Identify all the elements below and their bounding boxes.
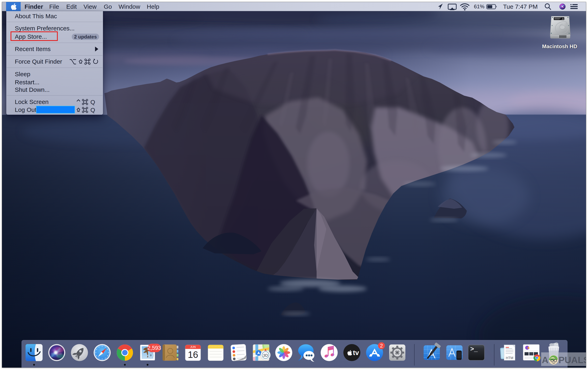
svg-text:16: 16 xyxy=(188,349,198,360)
svg-text:2,593: 2,593 xyxy=(147,345,161,351)
svg-text:Q: Q xyxy=(90,107,95,113)
svg-text:3D: 3D xyxy=(263,353,268,358)
svg-text:Q: Q xyxy=(90,99,95,105)
svg-text:2: 2 xyxy=(380,343,383,348)
svg-text:>_: >_ xyxy=(470,345,478,352)
svg-text:JUN: JUN xyxy=(190,345,196,348)
svg-text:HTM: HTM xyxy=(506,356,513,360)
svg-text:tv: tv xyxy=(353,349,359,357)
